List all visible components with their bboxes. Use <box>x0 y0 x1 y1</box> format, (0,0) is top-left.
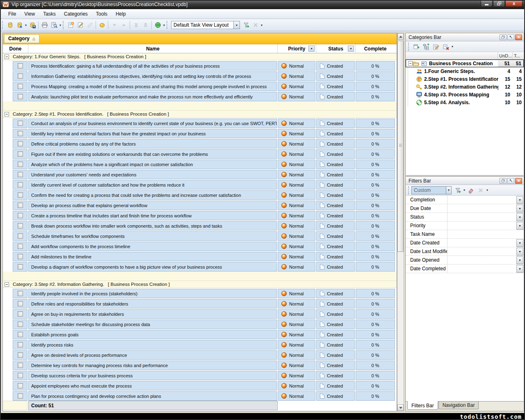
task-checkbox[interactable] <box>18 172 23 177</box>
open-database-button[interactable] <box>15 21 24 30</box>
task-checkbox[interactable] <box>18 73 23 79</box>
task-row[interactable]: Analyze which of the problems have a sig… <box>3 159 397 169</box>
filter-row[interactable]: Date Completed▼ <box>406 265 524 273</box>
restore-button[interactable] <box>493 0 505 7</box>
task-checkbox[interactable] <box>18 182 23 187</box>
task-row[interactable]: Information Gathering: establishing proc… <box>3 71 397 81</box>
task-checkbox[interactable] <box>18 342 23 347</box>
task-row[interactable]: Develop success criteria for your busine… <box>3 370 397 380</box>
task-row[interactable]: Identify people involved in the process … <box>3 288 397 298</box>
internet-button[interactable] <box>153 21 162 30</box>
task-checkbox[interactable] <box>18 192 23 198</box>
category-tree-item[interactable]: 2.Step #1. Process Identification.1515 <box>406 75 524 83</box>
add-task-button[interactable] <box>66 21 75 30</box>
filter-dropdown-button[interactable]: ▼ <box>516 248 523 256</box>
delete-filter-button[interactable] <box>476 186 486 195</box>
delete-layout-button[interactable] <box>251 21 260 30</box>
column-header-complete[interactable]: Complete <box>356 44 395 53</box>
task-checkbox[interactable] <box>18 363 23 368</box>
filter-row[interactable]: Date Opened▼ <box>406 256 524 265</box>
task-checkbox[interactable] <box>18 332 23 337</box>
task-checkbox[interactable] <box>18 244 23 249</box>
task-row[interactable]: Define critical problems caused by any o… <box>3 138 397 148</box>
task-row[interactable]: Plan for process contingency and develop… <box>3 390 397 401</box>
highlight-task-button[interactable] <box>97 21 107 30</box>
column-header-name[interactable]: Name <box>28 44 278 53</box>
panel-pin-button[interactable] <box>507 178 514 184</box>
status-filter-button[interactable]: ▼ <box>348 46 354 52</box>
menu-file[interactable]: File <box>4 10 20 18</box>
filter-dropdown-button[interactable]: ▼ <box>516 222 523 230</box>
task-checkbox[interactable] <box>18 264 23 269</box>
print-preview-button[interactable] <box>49 21 59 30</box>
task-row[interactable]: Identify key internal and external facto… <box>3 128 397 138</box>
task-checkbox[interactable] <box>18 393 23 399</box>
overflow-chevron-icon[interactable]: ▾ <box>162 23 166 27</box>
filter-row[interactable]: Date Last Modified▼ <box>406 247 524 256</box>
new-database-button[interactable] <box>5 21 15 30</box>
task-checkbox[interactable] <box>18 131 23 136</box>
task-row[interactable]: Agree on buy-in requirements for stakeho… <box>3 308 397 319</box>
menu-tools[interactable]: Tools <box>92 10 112 18</box>
overflow-chevron-icon[interactable]: ▾ <box>451 45 454 48</box>
task-row[interactable]: Appoint employees who must execute the p… <box>3 380 397 390</box>
task-checkbox[interactable] <box>18 203 23 208</box>
task-row[interactable]: Agree on desired levels of process perfo… <box>3 349 397 360</box>
vertical-scrollbar[interactable] <box>397 33 404 411</box>
layout-combo[interactable]: Default Task View Layout▼ <box>171 21 240 29</box>
filter-value[interactable] <box>447 247 516 256</box>
task-row[interactable]: Define roles and responsibilities for st… <box>3 298 397 308</box>
filter-value[interactable] <box>447 204 516 212</box>
task-checkbox[interactable] <box>18 84 23 89</box>
group-header-row[interactable]: Category: 3.Step #2. Information Gatheri… <box>3 281 397 288</box>
group-header-row[interactable]: Category: 1.Four Generic Steps.[ Busines… <box>3 53 397 60</box>
task-checkbox[interactable] <box>18 254 23 259</box>
panel-close-button[interactable] <box>515 34 522 40</box>
task-checkbox[interactable] <box>18 162 23 167</box>
scrollbar-thumb[interactable] <box>397 41 404 252</box>
task-checkbox[interactable] <box>18 141 23 146</box>
task-checkbox[interactable] <box>18 233 23 239</box>
menu-help[interactable]: Help <box>112 10 130 18</box>
filter-dropdown-button[interactable]: ▼ <box>516 213 523 221</box>
edit-task-button[interactable] <box>75 21 85 30</box>
empty-group-spacer-row[interactable] <box>3 272 397 281</box>
overflow-chevron-icon[interactable]: ▾ <box>463 188 466 192</box>
tab-navigation-bar[interactable]: Navigation Bar <box>438 402 479 409</box>
empty-group-spacer-row[interactable] <box>3 101 397 111</box>
save-database-button[interactable] <box>27 21 37 30</box>
task-checkbox[interactable] <box>18 301 23 306</box>
task-row[interactable]: Add milestones to the timelineNormalCrea… <box>3 251 397 261</box>
filter-dropdown-button[interactable]: ▼ <box>516 196 523 204</box>
task-checkbox[interactable] <box>18 383 23 388</box>
overflow-chevron-icon[interactable]: ▾ <box>486 188 489 192</box>
move-to-top-button[interactable] <box>141 21 150 30</box>
category-tree-item[interactable]: 3.Step #2. Information Gathering.1212 <box>406 83 524 91</box>
overflow-chevron-icon[interactable]: ▾ <box>260 23 263 27</box>
task-row[interactable]: Confirm the need for creating a process … <box>3 189 397 200</box>
task-checkbox[interactable] <box>18 311 23 317</box>
task-row[interactable]: Develop a diagram of workflow components… <box>3 261 397 272</box>
priority-filter-button[interactable]: ▼ <box>308 46 315 52</box>
category-tree-item[interactable]: Business Process Creation5151 <box>406 59 524 67</box>
filter-row[interactable]: Due Date▼ <box>406 204 524 213</box>
group-header-row[interactable]: Category: 2.Step #1. Process Identificat… <box>3 111 397 118</box>
task-checkbox[interactable] <box>18 322 23 327</box>
filter-value[interactable] <box>447 230 524 238</box>
filter-value[interactable] <box>447 196 516 204</box>
add-category-button[interactable] <box>411 42 421 51</box>
print-button[interactable] <box>40 21 49 30</box>
task-checkbox[interactable] <box>18 121 23 126</box>
collapse-icon[interactable] <box>5 55 9 59</box>
chevron-down-icon[interactable]: ▼ <box>446 187 451 194</box>
filter-row[interactable]: Status▼ <box>406 213 524 221</box>
filter-value[interactable] <box>447 239 516 247</box>
panel-close-button[interactable] <box>515 178 522 184</box>
task-row[interactable]: Schedule stakeholder meetings for discus… <box>3 319 397 329</box>
add-subcategory-button[interactable] <box>421 42 431 51</box>
task-row[interactable]: Schedule timeframes for workflow compone… <box>3 231 397 241</box>
filter-dropdown-button[interactable]: ▼ <box>516 239 523 247</box>
tab-filters-bar[interactable]: Filters Bar <box>407 401 438 410</box>
menu-view[interactable]: View <box>20 10 39 18</box>
scroll-up-button[interactable] <box>397 33 404 40</box>
